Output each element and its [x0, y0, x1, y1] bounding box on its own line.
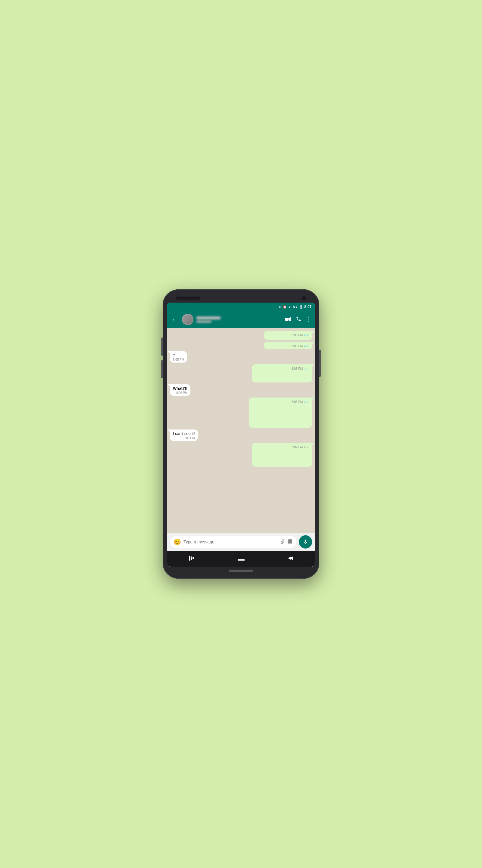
front-camera: [302, 296, 306, 300]
back-button-nav[interactable]: [283, 553, 298, 564]
volume-down-button[interactable]: [161, 360, 163, 378]
message-8: 8:07 PM ✓✓: [252, 443, 312, 467]
msg-footer-5: 8:06 PM: [173, 391, 187, 395]
phone-screen: ⊖ ⏰ ▲ ✕▲ ▐ 8:07 ←: [167, 303, 315, 567]
msg-time-3: 8:05 PM: [173, 358, 184, 361]
msg-text-5: What?!!: [173, 386, 187, 391]
msg-ticks-1: ✓✓: [304, 333, 309, 337]
message-2: 8:05 PM ✓✓: [264, 342, 312, 349]
voice-call-icon[interactable]: [296, 316, 301, 323]
message-3: ? 8:05 PM: [170, 351, 187, 363]
message-input[interactable]: [184, 539, 277, 544]
svg-rect-3: [191, 556, 192, 560]
contact-info: [196, 316, 282, 323]
input-bar: 😊: [167, 533, 315, 551]
svg-rect-5: [238, 559, 245, 560]
svg-rect-0: [285, 318, 289, 321]
back-button[interactable]: ←: [170, 315, 179, 324]
speaker: [176, 297, 200, 300]
power-button[interactable]: [319, 350, 321, 377]
msg-footer-8: 8:07 PM ✓✓: [255, 445, 309, 449]
camera-button[interactable]: [287, 538, 293, 545]
bottom-navigation: [167, 551, 315, 567]
msg-ticks-2: ✓✓: [304, 344, 309, 348]
video-call-icon[interactable]: [285, 316, 291, 323]
chat-area: 8:05 PM ✓✓ 8:05 PM ✓✓ ? 8:05 PM: [167, 328, 315, 533]
msg-time-2: 8:05 PM: [292, 344, 303, 348]
attach-button[interactable]: [278, 538, 286, 547]
svg-rect-2: [189, 556, 190, 561]
mic-button[interactable]: [299, 535, 312, 549]
msg-footer-1: 8:05 PM ✓✓: [267, 333, 309, 337]
wifi-icon: ▲: [288, 305, 291, 309]
msg-time-7: 8:06 PM: [184, 436, 195, 440]
message-1: 8:05 PM ✓✓: [264, 331, 312, 340]
msg-time-5: 8:06 PM: [176, 391, 187, 395]
avatar[interactable]: [182, 314, 193, 325]
home-indicator: [229, 569, 253, 572]
contact-status: [196, 320, 212, 323]
svg-marker-1: [289, 317, 291, 321]
msg-text-3: ?: [173, 353, 175, 358]
msg-time-6: 8:06 PM: [292, 400, 303, 404]
message-6: 8:06 PM ✓✓: [249, 398, 312, 428]
msg-time-8: 8:07 PM: [292, 445, 303, 449]
header-actions: ⋮: [285, 316, 312, 323]
battery-icon: ▐: [299, 305, 301, 309]
contact-name: [196, 316, 221, 319]
msg-ticks-4: ✓✓: [304, 367, 309, 371]
message-4: 8:05 PM ✓✓: [252, 364, 312, 382]
message-input-wrapper: 😊: [170, 536, 296, 548]
emoji-button[interactable]: 😊: [173, 538, 181, 546]
signal-icon: ✕▲: [292, 305, 298, 309]
msg-footer-3: 8:05 PM: [173, 358, 184, 361]
svg-rect-4: [193, 557, 194, 559]
msg-footer-7: 8:06 PM: [173, 436, 195, 440]
dnd-icon: ⊖: [279, 305, 281, 309]
msg-footer-4: 8:05 PM ✓✓: [255, 367, 309, 371]
volume-up-button[interactable]: [161, 338, 163, 355]
message-7: I can't see it! 8:06 PM: [170, 430, 198, 441]
svg-marker-8: [288, 556, 291, 560]
status-icons: ⊖ ⏰ ▲ ✕▲ ▐ 8:07: [279, 305, 312, 309]
status-bar: ⊖ ⏰ ▲ ✕▲ ▐ 8:07: [167, 303, 315, 311]
recent-apps-button[interactable]: [184, 553, 199, 564]
msg-footer-2: 8:05 PM ✓✓: [267, 344, 309, 348]
svg-rect-6: [238, 560, 245, 561]
msg-time-1: 8:05 PM: [292, 334, 303, 337]
msg-ticks-6: ✓✓: [304, 400, 309, 404]
message-5: What?!! 8:06 PM: [170, 384, 190, 396]
msg-ticks-8: ✓✓: [304, 445, 309, 449]
status-time: 8:07: [304, 305, 312, 309]
phone-top: [167, 295, 315, 303]
phone-bottom: [167, 567, 315, 573]
msg-text-7: I can't see it!: [173, 431, 195, 436]
chat-header: ← ⋮: [167, 311, 315, 328]
more-options-icon[interactable]: ⋮: [306, 316, 312, 323]
alarm-icon: ⏰: [283, 305, 287, 309]
avatar-image: [182, 314, 193, 325]
phone-frame: ⊖ ⏰ ▲ ✕▲ ▐ 8:07 ←: [163, 289, 319, 579]
home-button[interactable]: [233, 553, 250, 564]
msg-time-4: 8:05 PM: [292, 367, 303, 370]
msg-footer-6: 8:06 PM ✓✓: [252, 400, 309, 404]
